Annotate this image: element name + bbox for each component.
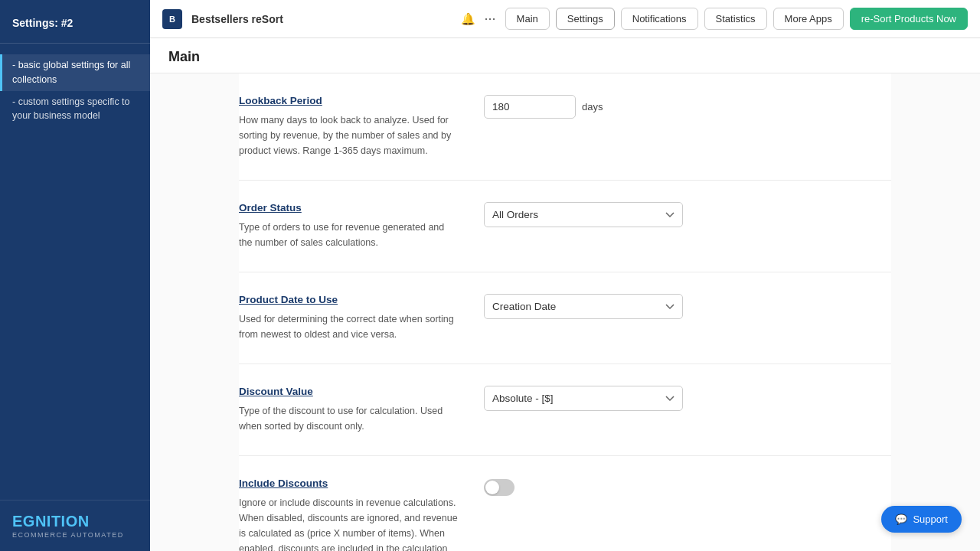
lookback-unit: days bbox=[582, 101, 603, 112]
section-right-product-date: Creation Date Published Date Updated Dat… bbox=[484, 294, 891, 342]
include-discounts-toggle[interactable] bbox=[484, 479, 514, 496]
tab-more-apps[interactable]: More Apps bbox=[773, 8, 844, 30]
tab-main[interactable]: Main bbox=[505, 8, 550, 30]
page-header: Main bbox=[150, 38, 980, 73]
bell-icon[interactable]: 🔔 bbox=[461, 12, 475, 26]
label-include-discounts[interactable]: Include Discounts bbox=[239, 478, 459, 489]
page-title: Main bbox=[168, 49, 962, 65]
sidebar-item-basic-global[interactable]: - basic global settings for all collecti… bbox=[0, 54, 150, 91]
desc-product-date: Used for determining the correct date wh… bbox=[239, 311, 459, 342]
section-right-lookback: days bbox=[484, 95, 891, 158]
section-include-discounts: Include Discounts Ignore or include disc… bbox=[239, 456, 891, 551]
sidebar-footer: EGNITION ECOMMERCE AUTOMATED bbox=[0, 500, 150, 551]
sidebar-title: Settings: #2 bbox=[0, 0, 150, 44]
section-right-order-status: All Orders Completed Pending Cancelled bbox=[484, 202, 891, 250]
section-left-include-discounts: Include Discounts Ignore or include disc… bbox=[239, 478, 484, 551]
label-lookback-period[interactable]: Lookback Period bbox=[239, 95, 459, 106]
section-left-discount-value: Discount Value Type of the discount to u… bbox=[239, 386, 484, 434]
section-discount-value: Discount Value Type of the discount to u… bbox=[239, 364, 891, 456]
support-icon: 💬 bbox=[895, 514, 907, 525]
sidebar: Settings: #2 - basic global settings for… bbox=[0, 0, 150, 551]
sidebar-nav: - basic global settings for all collecti… bbox=[0, 44, 150, 500]
settings-inner: Lookback Period How many days to look ba… bbox=[220, 73, 910, 551]
product-date-select[interactable]: Creation Date Published Date Updated Dat… bbox=[484, 294, 683, 319]
app-logo: B bbox=[162, 9, 182, 29]
label-product-date[interactable]: Product Date to Use bbox=[239, 294, 459, 305]
settings-body: Lookback Period How many days to look ba… bbox=[150, 73, 980, 551]
section-product-date: Product Date to Use Used for determining… bbox=[239, 272, 891, 364]
label-order-status[interactable]: Order Status bbox=[239, 202, 459, 214]
section-left-product-date: Product Date to Use Used for determining… bbox=[239, 294, 484, 342]
desc-include-discounts: Ignore or include discounts in revenue c… bbox=[239, 495, 459, 551]
app-name: Bestsellers reSort bbox=[191, 13, 455, 25]
brand-name: EGNITION bbox=[12, 513, 138, 530]
section-left-lookback: Lookback Period How many days to look ba… bbox=[239, 95, 484, 158]
desc-lookback-period: How many days to look back to analyze. U… bbox=[239, 112, 459, 158]
desc-order-status: Type of orders to use for revenue genera… bbox=[239, 220, 459, 250]
section-left-order-status: Order Status Type of orders to use for r… bbox=[239, 202, 484, 250]
discount-value-select[interactable]: Absolute - [$] Percentage - [%] bbox=[484, 386, 683, 411]
lookback-period-input[interactable] bbox=[484, 95, 576, 119]
section-right-discount-value: Absolute - [$] Percentage - [%] bbox=[484, 386, 891, 434]
support-label: Support bbox=[913, 514, 948, 525]
order-status-select[interactable]: All Orders Completed Pending Cancelled bbox=[484, 202, 683, 227]
brand-name-e: E bbox=[12, 513, 23, 530]
sidebar-item-custom-settings[interactable]: - custom settings specific to your busin… bbox=[0, 91, 150, 128]
section-right-include-discounts bbox=[484, 478, 891, 551]
tab-settings[interactable]: Settings bbox=[556, 8, 615, 30]
top-bar: B Bestsellers reSort 🔔 ··· Main Settings… bbox=[150, 0, 980, 38]
support-button[interactable]: 💬 Support bbox=[881, 506, 962, 533]
label-discount-value[interactable]: Discount Value bbox=[239, 386, 459, 397]
section-lookback-period: Lookback Period How many days to look ba… bbox=[239, 73, 891, 181]
sidebar-brand: EGNITION ECOMMERCE AUTOMATED bbox=[12, 513, 138, 539]
brand-tagline: ECOMMERCE AUTOMATED bbox=[12, 531, 138, 539]
lookback-input-wrap: days bbox=[484, 95, 603, 119]
include-discounts-toggle-wrap bbox=[484, 479, 514, 496]
more-options-icon[interactable]: ··· bbox=[485, 11, 496, 27]
brand-name-rest: GNITION bbox=[23, 513, 90, 530]
re-sort-products-button[interactable]: re-Sort Products Now bbox=[850, 8, 968, 30]
tab-statistics[interactable]: Statistics bbox=[704, 8, 767, 30]
tab-notifications[interactable]: Notifications bbox=[621, 8, 698, 30]
main-content: B Bestsellers reSort 🔔 ··· Main Settings… bbox=[150, 0, 980, 551]
section-order-status: Order Status Type of orders to use for r… bbox=[239, 181, 891, 272]
desc-discount-value: Type of the discount to use for calculat… bbox=[239, 403, 459, 434]
